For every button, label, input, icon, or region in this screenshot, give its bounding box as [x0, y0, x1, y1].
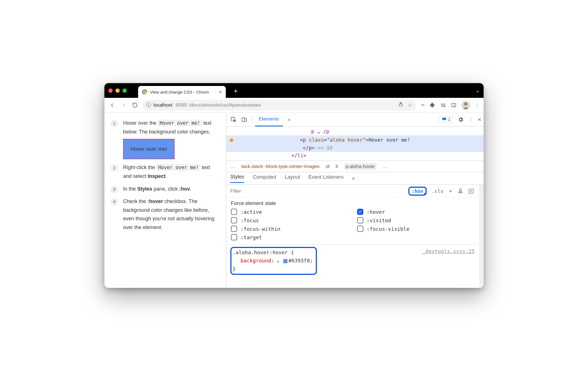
- rule-property[interactable]: background: [241, 258, 271, 264]
- more-tabs-icon[interactable]: »: [284, 115, 294, 124]
- devtools-panel: Elements » 1 ⋮ × p … /p: [226, 113, 484, 288]
- site-info-icon[interactable]: ⓘ: [146, 102, 151, 108]
- reload-button[interactable]: [131, 101, 139, 109]
- device-toggle-icon[interactable]: [239, 115, 249, 124]
- hover-demo-box[interactable]: Hover over me!: [123, 139, 175, 159]
- code-snippet: Hover over me!: [156, 164, 200, 171]
- forward-button[interactable]: [120, 101, 128, 109]
- issues-badge[interactable]: 1: [439, 116, 453, 123]
- computed-panel-toggle-icon[interactable]: [468, 188, 476, 194]
- force-element-state-panel: Force element state :active :hover :focu…: [226, 198, 479, 245]
- toggle-hov-button[interactable]: :hov: [408, 187, 427, 196]
- state-focus-visible[interactable]: :focus-visible: [357, 226, 475, 232]
- toggle-cls-button[interactable]: .cls: [432, 188, 443, 194]
- elements-tab[interactable]: Elements: [255, 113, 283, 126]
- browser-window: View and change CSS - Chrom × + ⌄ ⓘ loca…: [104, 83, 484, 288]
- more-subtabs-icon[interactable]: »: [352, 175, 355, 181]
- close-devtools-icon[interactable]: ×: [478, 116, 481, 123]
- css-rule[interactable]: _devtools.scss:25 .aloha.hover:hover { b…: [226, 245, 479, 277]
- new-tab-button[interactable]: +: [234, 87, 238, 95]
- selected-dom-node[interactable]: ●<p class="aloha hover">Hover over me!: [226, 135, 484, 144]
- tab-title: View and change CSS - Chrom: [150, 90, 216, 94]
- color-swatch-icon[interactable]: [283, 259, 287, 263]
- profile-avatar[interactable]: [462, 101, 470, 109]
- checkbox-checked-icon[interactable]: [357, 209, 363, 215]
- svg-rect-2: [452, 103, 456, 107]
- code-snippet: Hover over me!: [158, 120, 202, 126]
- content-area: 1 Hover over the Hover over me! text bel…: [104, 113, 484, 288]
- address-bar[interactable]: ⓘ localhost:8080/docs/devtools/css/#pseu…: [142, 100, 416, 111]
- new-rule-plus-icon[interactable]: ＋: [447, 187, 454, 195]
- crumb-item-selected[interactable]: p.aloha.hover: [344, 163, 377, 170]
- share-icon[interactable]: [398, 102, 403, 108]
- step-3: 3 In the Styles pane, click :hov.: [111, 185, 218, 193]
- step-number: 2: [111, 164, 118, 172]
- browser-menu-icon[interactable]: ⋮: [475, 102, 480, 108]
- styles-filter-input[interactable]: [230, 188, 405, 194]
- maximize-window-button[interactable]: [123, 89, 127, 93]
- tab-layout[interactable]: Layout: [285, 174, 300, 182]
- state-target[interactable]: :target: [231, 234, 349, 240]
- svg-point-1: [444, 106, 445, 107]
- tab-styles[interactable]: Styles: [230, 174, 244, 183]
- back-button[interactable]: [108, 101, 116, 109]
- browser-toolbar: ⓘ localhost:8080/docs/devtools/css/#pseu…: [104, 98, 484, 113]
- close-window-button[interactable]: [108, 89, 113, 93]
- settings-gear-icon[interactable]: [458, 117, 464, 123]
- svg-rect-7: [469, 189, 473, 193]
- crumb-item[interactable]: li: [336, 164, 338, 169]
- styles-filter-row: :hov .cls ＋: [226, 185, 479, 198]
- chrome-favicon-icon: [142, 89, 147, 94]
- side-panel-icon[interactable]: [451, 102, 456, 108]
- paint-brush-icon[interactable]: [458, 188, 465, 194]
- rule-selector[interactable]: .aloha.hover:hover {: [233, 249, 294, 255]
- browser-tab[interactable]: View and change CSS - Chrom ×: [138, 86, 226, 98]
- close-tab-icon[interactable]: ×: [219, 89, 222, 95]
- step-number: 1: [111, 120, 118, 127]
- step-1: 1 Hover over the Hover over me! text bel…: [111, 119, 218, 159]
- rule-source-link[interactable]: _devtools.scss:25: [422, 247, 475, 256]
- step-number: 4: [111, 198, 118, 206]
- media-icon[interactable]: [440, 102, 446, 108]
- scissors-icon[interactable]: ✂: [421, 102, 425, 108]
- web-page: 1 Hover over the Hover over me! text bel…: [104, 113, 226, 288]
- styles-subtabs: Styles Computed Layout Event Listeners »: [226, 172, 484, 185]
- tab-list-chevron-icon[interactable]: ⌄: [475, 88, 480, 93]
- state-hover[interactable]: :hover: [357, 209, 475, 215]
- inspect-element-icon[interactable]: [229, 115, 238, 124]
- window-titlebar: View and change CSS - Chrom × + ⌄: [104, 83, 484, 98]
- devtools-menu-icon[interactable]: ⋮: [468, 117, 473, 122]
- step-2: 2 Right-click the Hover over me! text an…: [111, 163, 218, 180]
- rule-value[interactable]: #6393f0: [288, 258, 310, 264]
- step-number: 3: [111, 186, 118, 193]
- state-focus-within[interactable]: :focus-within: [231, 226, 349, 232]
- dom-breadcrumb[interactable]: … tack.stack--block.type.center-images o…: [226, 161, 484, 172]
- force-state-title: Force element state: [231, 200, 475, 206]
- devtools-toolbar: Elements » 1 ⋮ ×: [226, 113, 484, 127]
- extensions-icon[interactable]: [430, 102, 435, 108]
- tab-event-listeners[interactable]: Event Listeners: [308, 174, 344, 182]
- url-path: /docs/devtools/css/#pseudostates: [189, 102, 261, 108]
- state-visited[interactable]: :visited: [357, 217, 475, 223]
- tab-computed[interactable]: Computed: [253, 174, 276, 182]
- crumb-item[interactable]: tack.stack--block.type.center-images: [241, 164, 319, 169]
- bookmark-star-icon[interactable]: ☆: [408, 102, 412, 108]
- state-focus[interactable]: :focus: [231, 217, 349, 223]
- url-port: :8080: [175, 102, 187, 108]
- crumb-item[interactable]: ol: [326, 164, 329, 169]
- breakpoint-marker-icon: ●: [230, 136, 233, 143]
- minimize-window-button[interactable]: [115, 89, 120, 93]
- window-controls: [108, 89, 127, 93]
- state-active[interactable]: :active: [231, 209, 349, 215]
- step-4: 4 Check the :hover checkbox. The backgro…: [111, 197, 218, 232]
- dom-tree[interactable]: p … /p ●<p class="aloha hover">Hover ove…: [226, 127, 484, 161]
- svg-rect-6: [244, 118, 246, 122]
- svg-rect-0: [399, 104, 402, 106]
- styles-scrollbar[interactable]: [479, 185, 484, 288]
- expand-triangle-icon[interactable]: ▶: [277, 259, 279, 263]
- url-host: localhost: [153, 102, 172, 108]
